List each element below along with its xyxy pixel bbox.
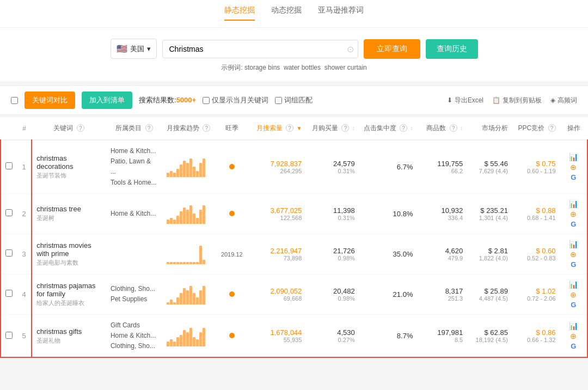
phrase-match-checkbox-label[interactable]: 词组匹配 (275, 95, 313, 105)
row-category-cell: Gift CardsHome & Kitch...Clothing, Sho..… (106, 314, 162, 357)
circle-arrow-icon[interactable]: ⊕ (570, 290, 577, 299)
spark-bar-5 (183, 262, 186, 264)
monthly-search-sub: 69,668 (253, 295, 302, 302)
export-excel-button[interactable]: ⬇ 导出Excel (447, 96, 483, 105)
ppc-sub: 0.72 - 2.06 (517, 295, 556, 302)
monthly-search-main: 3,677,025 (253, 206, 302, 215)
row-checkbox-2[interactable] (5, 209, 13, 216)
monthly-search-info-icon[interactable]: ? (286, 124, 293, 132)
th-peak[interactable]: 旺季 (215, 117, 249, 140)
th-product-count[interactable]: 商品数 ? ↕ (417, 117, 467, 140)
chart-icon[interactable]: 📊 (569, 153, 578, 161)
row-market-cell: $ 235.21 1,301 (4.4) (467, 193, 512, 234)
sparkline-chart (167, 243, 210, 264)
spark-bar-1 (170, 339, 173, 346)
search-input[interactable] (162, 40, 358, 58)
google-icon[interactable]: G (571, 301, 576, 309)
keyword-info-icon[interactable]: ? (77, 124, 84, 132)
nav-tab-dynamic[interactable]: 动态挖掘 (271, 5, 302, 21)
example-2[interactable]: water bottles (284, 64, 321, 71)
sort-click-icon[interactable]: ↕ (410, 125, 413, 131)
chart-icon[interactable]: 📊 (569, 240, 578, 248)
spark-bar-8 (193, 214, 195, 224)
th-monthly-purchase[interactable]: 月购买量 ? ↕ (306, 117, 359, 140)
row-checkbox-cell (1, 234, 17, 274)
product-info-icon[interactable]: ? (450, 124, 457, 132)
th-keyword[interactable]: 关键词 ? (32, 117, 106, 140)
sort-monthly-purchase-icon[interactable]: ↕ (352, 125, 355, 131)
keyword-main[interactable]: christmas pajamas for family (36, 282, 102, 298)
clear-icon[interactable]: ⊙ (347, 44, 354, 54)
table-row: 1 christmas decorations 圣诞节装饰 Home & Kit… (1, 140, 587, 193)
chart-icon[interactable]: 📊 (569, 321, 578, 330)
keyword-main[interactable]: christmas tree (36, 205, 102, 213)
select-all-checkbox[interactable] (11, 97, 18, 104)
current-month-checkbox[interactable] (203, 97, 210, 104)
ppc-main: $ 0.75 (517, 160, 556, 168)
spark-bar-11 (203, 205, 205, 224)
google-icon[interactable]: G (571, 342, 576, 350)
row-click-cell: 8.7% (359, 314, 418, 357)
purchase-main: 4,530 (310, 328, 354, 337)
high-freq-button[interactable]: ◈ 高频词 (550, 96, 577, 105)
example-1[interactable]: storage bins (244, 64, 280, 71)
keyword-main[interactable]: christmas decorations (36, 154, 102, 170)
row-checkbox-5[interactable] (5, 332, 13, 339)
row-checkbox-3[interactable] (5, 249, 13, 257)
search-button[interactable]: 立即查询 (364, 39, 420, 59)
circle-arrow-icon[interactable]: ⊕ (570, 250, 577, 259)
row-peak-cell: 2019.12 (215, 234, 249, 274)
spark-bar-10 (199, 210, 202, 224)
th-category[interactable]: 所属类目 ? (106, 117, 162, 140)
nav-tab-amazon[interactable]: 亚马逊推荐词 (318, 5, 364, 21)
row-checkbox-1[interactable] (5, 162, 13, 169)
current-month-checkbox-label[interactable]: 仅显示当月关键词 (203, 95, 268, 105)
market-price-sub: 18,192 (4.5) (471, 337, 508, 343)
market-price-main: $ 25.89 (471, 287, 508, 295)
row-products-cell: 4,620 479.9 (417, 234, 467, 274)
sort-product-icon[interactable]: ↕ (460, 125, 463, 131)
country-selector[interactable]: 🇺🇸 美国 ▾ (111, 39, 157, 59)
row-checkbox-4[interactable] (5, 290, 13, 297)
spark-bar-8 (193, 262, 195, 264)
row-click-cell: 10.8% (359, 193, 418, 234)
row-ppc-cell: $ 0.60 0.52 - 0.83 (512, 234, 560, 274)
google-icon[interactable]: G (571, 260, 576, 269)
google-icon[interactable]: G (571, 173, 576, 181)
row-purchase-cell: 24,579 0.31% (306, 140, 359, 193)
keyword-sub: 圣诞节装饰 (36, 172, 102, 180)
monthly-search-main: 2,090,052 (253, 287, 302, 295)
click-info-icon[interactable]: ? (400, 124, 407, 132)
th-trend[interactable]: 月搜索趋势 ? (162, 117, 215, 140)
phrase-match-checkbox[interactable] (275, 97, 282, 104)
compare-button[interactable]: 关键词对比 (24, 92, 75, 109)
th-click-concentration[interactable]: 点击集中度 ? ↕ (359, 117, 418, 140)
trend-info-icon[interactable]: ? (203, 124, 210, 132)
history-button[interactable]: 查询历史 (426, 39, 478, 59)
monthly-purchase-info-icon[interactable]: ? (341, 124, 349, 132)
example-3[interactable]: shower curtain (324, 64, 367, 71)
th-monthly-search[interactable]: 月搜索量 ? ▼ (249, 117, 306, 140)
row-trend-cell (162, 314, 215, 357)
market-price-main: $ 62.85 (471, 328, 508, 337)
copy-clipboard-button[interactable]: 📋 复制到剪贴板 (492, 96, 542, 105)
keyword-main[interactable]: christmas gifts (36, 327, 102, 336)
th-ppc[interactable]: PPC竞价 ? (512, 117, 560, 140)
market-price-sub: 4,487 (4.5) (471, 295, 508, 302)
chart-icon[interactable]: 📊 (569, 280, 578, 289)
nav-tab-static[interactable]: 静态挖掘 (224, 5, 255, 21)
row-action-cell: 📊 ⊕ G (560, 193, 587, 234)
google-icon[interactable]: G (571, 220, 576, 228)
row-num-cell: 3 (17, 234, 32, 274)
th-market-analysis[interactable]: 市场分析 (467, 117, 512, 140)
circle-arrow-icon[interactable]: ⊕ (570, 332, 577, 340)
category-info-icon[interactable]: ? (145, 124, 153, 132)
market-price-main: $ 55.46 (471, 160, 508, 168)
circle-arrow-icon[interactable]: ⊕ (570, 163, 577, 172)
ppc-info-icon[interactable]: ? (548, 124, 556, 132)
add-to-list-button[interactable]: 加入到清单 (82, 92, 132, 109)
chart-icon[interactable]: 📊 (569, 199, 578, 208)
keyword-main[interactable]: christmas movies with prime (36, 241, 102, 258)
circle-arrow-icon[interactable]: ⊕ (570, 210, 577, 218)
sort-monthly-search-icon[interactable]: ▼ (296, 125, 302, 131)
